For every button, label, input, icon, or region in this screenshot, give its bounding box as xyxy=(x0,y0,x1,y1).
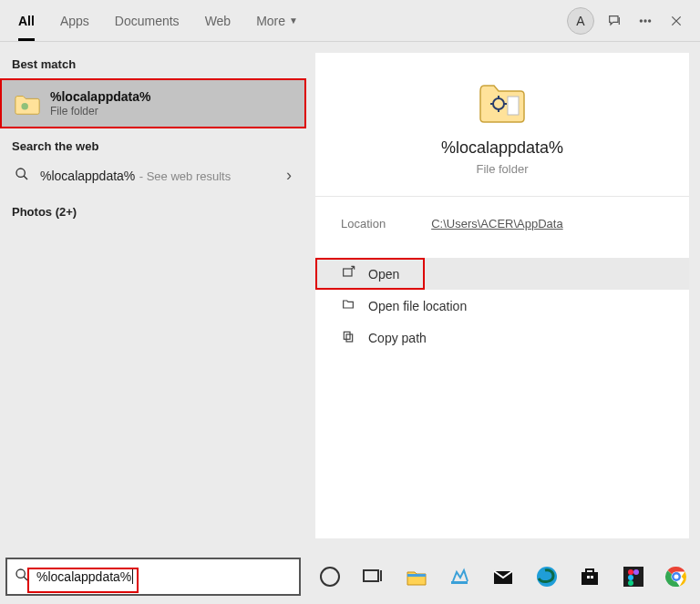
search-value: %localappdata% xyxy=(36,569,133,584)
preview-title: %localappdata% xyxy=(441,138,563,158)
svg-point-24 xyxy=(628,580,633,586)
scope-tabs: All Apps Documents Web More▼ xyxy=(5,0,311,41)
taskbar xyxy=(306,549,700,604)
web-hint: - See web results xyxy=(139,169,231,183)
chevron-right-icon: › xyxy=(286,166,292,185)
tab-apps[interactable]: Apps xyxy=(47,0,102,41)
tab-more[interactable]: More▼ xyxy=(243,0,311,41)
svg-rect-9 xyxy=(346,334,353,342)
svg-rect-13 xyxy=(407,574,426,577)
action-open-file-location-label: Open file location xyxy=(368,299,467,313)
location-link[interactable]: C:\Users\ACER\AppData xyxy=(431,217,563,230)
action-open-label: Open xyxy=(368,267,399,282)
tab-all[interactable]: All xyxy=(5,0,47,41)
svg-rect-8 xyxy=(344,332,350,339)
user-avatar[interactable]: A xyxy=(567,7,594,35)
mail-icon[interactable] xyxy=(489,562,518,591)
svg-point-10 xyxy=(16,569,25,578)
search-icon xyxy=(15,568,29,586)
results-pane: Best match %localappdata% File folder Se… xyxy=(0,42,306,549)
search-web-heading: Search the web xyxy=(0,128,306,157)
tab-web[interactable]: Web xyxy=(192,0,244,41)
svg-point-11 xyxy=(321,568,339,586)
figma-icon[interactable] xyxy=(619,562,648,591)
svg-point-21 xyxy=(628,569,633,575)
svg-point-1 xyxy=(644,19,646,21)
web-result-row[interactable]: %localappdata% - See web results › xyxy=(0,157,306,194)
action-copy-path[interactable]: Copy path xyxy=(315,322,689,353)
folder-icon xyxy=(477,78,528,126)
close-icon[interactable] xyxy=(665,10,687,32)
action-copy-path-label: Copy path xyxy=(368,331,427,345)
svg-point-3 xyxy=(21,103,28,110)
svg-point-4 xyxy=(16,169,25,177)
svg-point-27 xyxy=(674,575,679,579)
header-actions: A xyxy=(567,7,695,35)
action-open-row[interactable]: Open xyxy=(315,258,689,290)
search-bar: %localappdata% xyxy=(0,549,306,604)
search-icon xyxy=(15,167,29,185)
best-match-text: %localappdata% File folder xyxy=(50,89,150,118)
svg-point-23 xyxy=(628,575,633,580)
folder-icon xyxy=(14,91,41,117)
action-open-file-location[interactable]: Open file location xyxy=(315,290,689,322)
best-match-title: %localappdata% xyxy=(50,89,150,104)
svg-rect-19 xyxy=(591,576,593,578)
location-label: Location xyxy=(341,217,386,230)
svg-point-0 xyxy=(640,19,642,21)
svg-rect-14 xyxy=(451,581,468,584)
header-bar: All Apps Documents Web More▼ A xyxy=(0,0,700,42)
open-icon xyxy=(341,265,355,282)
svg-rect-20 xyxy=(623,567,643,587)
tab-documents[interactable]: Documents xyxy=(102,0,192,41)
app-icon-1[interactable] xyxy=(446,562,475,591)
svg-point-22 xyxy=(633,569,639,575)
best-match-subtitle: File folder xyxy=(50,105,150,118)
preview-pane: %localappdata% File folder Location C:\U… xyxy=(306,42,700,549)
file-explorer-icon[interactable] xyxy=(402,562,431,591)
search-input[interactable]: %localappdata% xyxy=(5,558,301,596)
best-match-heading: Best match xyxy=(0,53,306,78)
svg-point-2 xyxy=(649,19,651,21)
best-match-item[interactable]: %localappdata% File folder xyxy=(0,78,306,128)
web-query-text: %localappdata% xyxy=(40,169,135,183)
svg-rect-6 xyxy=(508,97,519,115)
svg-rect-12 xyxy=(364,570,378,581)
task-view-icon[interactable] xyxy=(359,562,388,591)
chrome-icon[interactable] xyxy=(663,562,692,591)
svg-rect-7 xyxy=(344,269,352,276)
cortana-icon[interactable] xyxy=(315,562,345,591)
folder-location-icon xyxy=(341,297,355,314)
copy-icon xyxy=(341,329,355,346)
store-icon[interactable] xyxy=(575,562,604,591)
photos-heading[interactable]: Photos (2+) xyxy=(0,194,306,222)
feedback-icon[interactable] xyxy=(603,10,625,32)
options-ellipsis-icon[interactable] xyxy=(634,10,656,32)
svg-rect-18 xyxy=(587,576,590,578)
chevron-down-icon: ▼ xyxy=(289,15,298,26)
preview-subtitle: File folder xyxy=(476,162,528,176)
edge-icon[interactable] xyxy=(532,562,561,591)
